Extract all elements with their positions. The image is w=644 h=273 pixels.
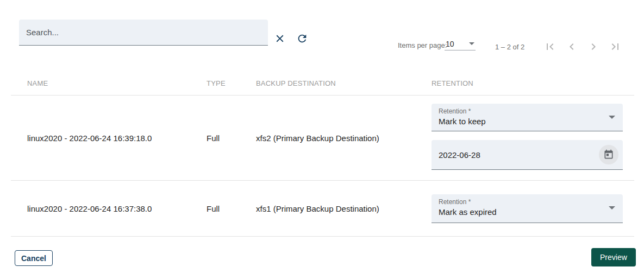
next-page-button[interactable] — [587, 40, 600, 53]
last-page-button[interactable] — [609, 40, 622, 53]
calendar-icon — [603, 149, 614, 160]
retention-cell: Retention * Mark to keep 2022-06-28 — [432, 96, 634, 180]
paginator-range-label: 1 – 2 of 2 — [495, 43, 524, 51]
search-field — [19, 20, 268, 46]
retention-cell: Retention * Mark as expired — [432, 181, 634, 236]
table-header-row: NAME TYPE BACKUP DESTINATION RETENTION — [11, 71, 634, 96]
backup-name: linux2020 - 2022-06-24 16:39:18.0 — [27, 96, 207, 180]
retention-field-label: Retention * — [439, 107, 601, 115]
retention-select[interactable]: Retention * Mark as expired — [432, 194, 623, 223]
keep-until-date-value: 2022-06-28 — [439, 150, 480, 160]
refresh-icon — [296, 33, 308, 45]
table-row: linux2020 - 2022-06-24 16:39:18.0 Full x… — [11, 96, 634, 181]
retention-select[interactable]: Retention * Mark to keep — [432, 104, 623, 131]
table-row: linux2020 - 2022-06-24 16:37:38.0 Full x… — [11, 181, 634, 237]
clear-search-button[interactable] — [273, 32, 286, 45]
page-size-select[interactable]: 10 — [445, 39, 476, 50]
cancel-button[interactable]: Cancel — [15, 250, 53, 266]
chevron-down-icon — [609, 116, 615, 119]
backup-name: linux2020 - 2022-06-24 16:37:38.0 — [27, 181, 207, 236]
items-per-page-label: Items per page: — [398, 41, 447, 49]
preview-button[interactable]: Preview — [591, 248, 636, 266]
last-page-icon — [609, 40, 622, 53]
column-header-name: NAME — [27, 79, 207, 87]
refresh-button[interactable] — [296, 32, 309, 45]
keep-until-date-field[interactable]: 2022-06-28 — [432, 140, 623, 170]
first-page-icon — [543, 40, 557, 53]
backup-type: Full — [207, 96, 256, 180]
first-page-button[interactable] — [543, 40, 557, 53]
backups-table: NAME TYPE BACKUP DESTINATION RETENTION l… — [11, 71, 634, 237]
backup-destination: xfs1 (Primary Backup Destination) — [256, 181, 432, 236]
chevron-left-icon — [565, 40, 578, 53]
column-header-type: TYPE — [207, 79, 256, 87]
chevron-down-icon — [469, 42, 474, 45]
retention-field-value: Mark as expired — [439, 207, 601, 217]
backup-retention-panel: Items per page: 10 1 – 2 of 2 NAME TYPE … — [0, 0, 644, 273]
column-header-backup-destination: BACKUP DESTINATION — [256, 79, 432, 87]
retention-field-label: Retention * — [439, 198, 601, 206]
chevron-right-icon — [587, 40, 600, 53]
chevron-down-icon — [609, 206, 615, 209]
datepicker-toggle-button[interactable] — [599, 145, 618, 164]
previous-page-button[interactable] — [565, 40, 578, 53]
search-input[interactable] — [19, 20, 268, 45]
column-header-retention: RETENTION — [432, 79, 634, 87]
retention-field-value: Mark to keep — [439, 117, 601, 126]
backup-destination: xfs2 (Primary Backup Destination) — [256, 96, 432, 180]
page-size-value: 10 — [446, 40, 454, 48]
close-icon — [274, 33, 286, 45]
backup-type: Full — [207, 181, 256, 236]
